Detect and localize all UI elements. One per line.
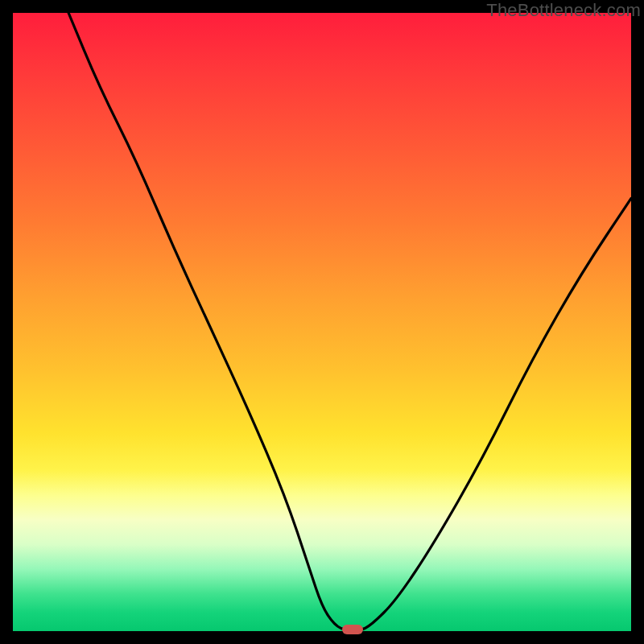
minimum-marker xyxy=(342,625,363,634)
watermark-text: TheBottleneck.com xyxy=(486,0,641,21)
curve-path xyxy=(68,13,631,631)
plot-area xyxy=(13,13,631,631)
chart-frame: TheBottleneck.com xyxy=(0,0,644,644)
bottleneck-curve xyxy=(13,13,631,631)
